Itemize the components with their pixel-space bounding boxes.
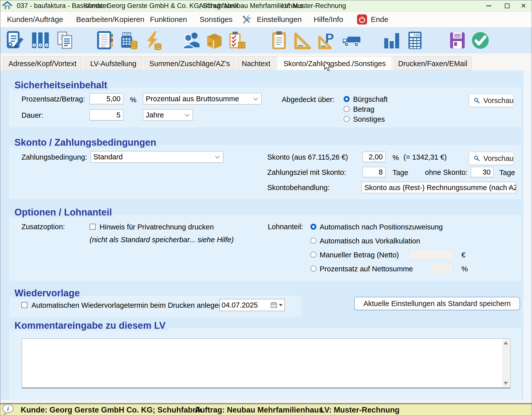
document-edit-icon — [6, 30, 25, 50]
toolbar-button-save[interactable] — [447, 30, 467, 51]
toolbar-button-confirm[interactable] — [470, 30, 490, 51]
vorschau-button-skonto[interactable]: Vorschau — [469, 152, 514, 165]
close-button[interactable]: ✕ — [515, 0, 532, 11]
customers-icon — [182, 30, 201, 50]
menu-einstellungen[interactable]: Einstellungen — [257, 12, 302, 27]
delivery-check-icon — [228, 30, 247, 50]
radio-vorkalkulation[interactable] — [310, 238, 316, 244]
menu-ende[interactable]: Ende — [371, 12, 388, 27]
comment-scrollbar[interactable] — [502, 339, 509, 387]
toolbar-button-binders[interactable] — [30, 30, 50, 51]
title-bar: 037 - baufaktura - Basisfenster Kunde: G… — [0, 0, 532, 12]
wiedervorlage-title: Wiedervorlage — [12, 288, 82, 298]
mouse-cursor — [324, 61, 331, 73]
comment-textarea[interactable] — [22, 338, 510, 388]
zusatzoption-label: Zusatzoption: — [21, 222, 65, 231]
radio-vorkalkulation-label: Automatisch aus Vorkalkulation — [320, 237, 420, 245]
skonto-result-label: (= 1342,31 €) — [403, 153, 447, 161]
toolbar-button-truck[interactable] — [340, 30, 364, 51]
privatrechnung-checkbox[interactable] — [90, 224, 96, 230]
tab-adresse-kopf-vortext[interactable]: Adresse/Kopf/Vortext — [3, 56, 82, 70]
svg-text:P: P — [325, 31, 334, 45]
toolbar-button-statistics[interactable] — [382, 30, 401, 51]
skonto-prozent-input[interactable] — [363, 152, 386, 162]
menu-bearbeiten-kopieren[interactable]: Bearbeiten/Kopieren — [76, 12, 144, 27]
power-icon — [357, 14, 368, 25]
menu-kunden-auftraege[interactable]: Kunden/Aufträge — [7, 12, 63, 27]
prozentsatz-label: Prozentsatz/Betrag: — [21, 95, 85, 103]
toolbar-button-delivery-check[interactable] — [227, 30, 247, 51]
toolbar-button-customers[interactable] — [182, 30, 202, 51]
clipboard-icon — [270, 30, 289, 50]
binders-icon — [31, 30, 50, 50]
toolbar-button-cash-register[interactable]: 0,00 — [119, 30, 138, 51]
svg-text:0,00: 0,00 — [414, 33, 419, 36]
zahlungsbedingung-select[interactable]: Standard — [91, 151, 223, 163]
zahlungsziel-label: Zahlungsziel mit Skonto: — [267, 168, 346, 177]
toolbar-button-calculator[interactable]: 0,00 — [405, 30, 425, 51]
radio-buergschaft[interactable] — [344, 96, 350, 102]
toolbar-button-set-square-p[interactable]: P — [317, 30, 337, 51]
copy-documents-icon — [56, 30, 75, 50]
zahlungsziel-input[interactable] — [363, 167, 386, 177]
confirm-check-icon — [471, 30, 490, 50]
tab-nachtext[interactable]: Nachtext — [237, 56, 275, 70]
tab-summen-zuschlaege[interactable]: Summen/Zuschläge/AZ's — [144, 56, 235, 70]
wiedervorlage-date-field[interactable]: 04.07.2025 — [219, 299, 285, 311]
skontobehandlung-select[interactable]: Skonto aus (Rest-) Rechnungssumme (nach … — [362, 182, 516, 193]
ohne-skonto-input[interactable] — [471, 167, 493, 177]
toolbar-button-clipboard[interactable] — [269, 30, 289, 51]
toolbar-button-quick-calc[interactable] — [142, 30, 162, 51]
maximize-icon — [505, 3, 510, 8]
cash-register-icon: 0,00 — [119, 30, 138, 50]
minimize-button[interactable] — [481, 0, 497, 11]
vorschau-button-einbehalt[interactable]: Vorschau — [469, 94, 514, 107]
radio-sonstiges[interactable] — [344, 116, 350, 122]
scroll-down-icon[interactable] — [504, 382, 508, 385]
tab-bar: Adresse/Kopf/Vortext LV-Aufstellung Summ… — [0, 53, 532, 70]
einbehalt-art-select[interactable]: Prozentual aus Bruttosumme — [143, 93, 262, 104]
radio-manueller-betrag[interactable] — [310, 252, 316, 258]
main-content: Sicherheitseinbehalt Prozentsatz/Betrag:… — [0, 70, 532, 400]
menu-hilfe-info[interactable]: Hilfe/Info — [314, 12, 343, 27]
set-square-p-icon: P — [317, 30, 336, 50]
date-dropdown-icon[interactable] — [279, 304, 282, 306]
lightning-coins-icon — [143, 30, 162, 50]
tab-lv-aufstellung[interactable]: LV-Aufstellung — [84, 56, 143, 70]
tab-skonto-zahlungsbed-sonstiges[interactable]: Skonto/Zahlungsbed./Sonstiges — [277, 56, 392, 70]
wiedervorlage-checkbox[interactable] — [21, 302, 27, 308]
manueller-betrag-input[interactable] — [409, 250, 453, 259]
radio-sonstiges-label: Sonstiges — [353, 115, 385, 123]
toolbar-button-copy-documents[interactable] — [55, 30, 75, 51]
toolbar-button-set-square[interactable] — [292, 30, 312, 51]
sicherheitseinbehalt-title: Sicherheitseinbehalt — [12, 80, 110, 90]
toolbar-button-document-edit[interactable] — [6, 30, 26, 51]
prozentsatz-input[interactable] — [90, 93, 123, 104]
skonto-aus-label: Skonto (aus 67.115,26 €) — [267, 153, 348, 161]
radio-positionszuweisung[interactable] — [310, 224, 316, 230]
toolbar-button-package[interactable] — [204, 30, 224, 51]
menu-bar: Kunden/Aufträge Bearbeiten/Kopieren Funk… — [0, 12, 532, 27]
dauer-unit-select[interactable]: Jahre — [143, 109, 193, 121]
maximize-button[interactable] — [499, 0, 515, 11]
radio-prozentsatz-netto[interactable] — [310, 266, 316, 272]
prozentsatz-netto-input[interactable] — [431, 264, 453, 273]
menu-sonstiges[interactable]: Sonstiges — [200, 12, 233, 27]
svg-text:0,00: 0,00 — [124, 33, 129, 36]
svg-text:i: i — [7, 405, 9, 412]
truck-icon — [342, 30, 361, 50]
scroll-up-icon[interactable] — [504, 341, 508, 344]
toolbar-button-notebook-list[interactable] — [95, 30, 115, 51]
save-default-button[interactable]: Aktuelle Einstellungen als Standard spei… — [354, 297, 520, 310]
vorschau-label: Vorschau — [483, 97, 514, 105]
menu-funktionen[interactable]: Funktionen — [150, 12, 187, 27]
save-icon — [448, 30, 467, 50]
skonto-percent-label: % — [393, 153, 399, 162]
magnifier-icon — [474, 154, 480, 163]
einbehalt-art-value: Prozentual aus Bruttosumme — [146, 95, 239, 103]
dauer-input[interactable] — [90, 109, 123, 120]
lohnanteil-label: Lohnanteil: — [268, 222, 303, 231]
optionen-hint: (nicht als Standard speicherbar... siehe… — [90, 235, 234, 244]
radio-betrag[interactable] — [344, 106, 350, 112]
tab-drucken-faxen-email[interactable]: Drucken/Faxen/EMail — [394, 56, 472, 70]
